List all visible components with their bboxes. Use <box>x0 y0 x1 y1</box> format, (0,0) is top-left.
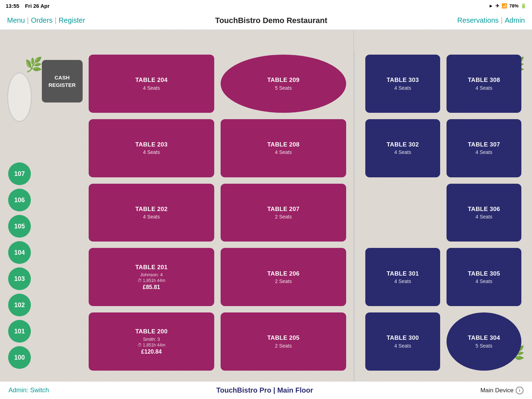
bar-stool-100[interactable]: 100 <box>8 346 31 369</box>
table-306-name: TABLE 306 <box>468 206 500 213</box>
table-203-seats: 4 Seats <box>143 149 160 155</box>
table-200-name: TABLE 200 <box>135 328 167 335</box>
table-302-name: TABLE 302 <box>387 141 419 148</box>
sep1: | <box>27 16 29 24</box>
table-206-seats: 2 Seats <box>275 278 292 284</box>
table-207-seats: 2 Seats <box>275 214 292 220</box>
table-307-name: TABLE 307 <box>468 141 500 148</box>
battery-icon: 🔋 <box>521 3 526 9</box>
table-301-seats: 4 Seats <box>394 278 411 284</box>
table-207[interactable]: TABLE 207 2 Seats <box>221 184 346 242</box>
table-204[interactable]: TABLE 204 4 Seats <box>89 55 214 113</box>
table-301-name: TABLE 301 <box>387 270 419 277</box>
table-304[interactable]: TABLE 304 5 Seats <box>447 312 521 371</box>
table-304-seats: 5 Seats <box>476 343 492 349</box>
location-icon: ► <box>489 3 493 9</box>
table-305[interactable]: TABLE 305 4 Seats <box>447 248 521 306</box>
admin-link[interactable]: Admin <box>505 16 525 24</box>
table-306-seats: 4 Seats <box>476 214 492 220</box>
nav-left: Menu | Orders | Register <box>7 16 85 24</box>
table-201-customer: Johnson: 4 <box>140 272 163 277</box>
tables-300-grid: TABLE 303 4 Seats TABLE 308 4 Seats TABL… <box>355 30 532 381</box>
top-nav: Menu | Orders | Register TouchBistro Dem… <box>0 11 532 30</box>
bar-oval <box>7 72 32 122</box>
table-305-name: TABLE 305 <box>468 270 500 277</box>
bar-stool-107[interactable]: 107 <box>8 162 31 185</box>
table-204-seats: 4 Seats <box>143 85 160 91</box>
table-202[interactable]: TABLE 202 4 Seats <box>89 184 214 242</box>
table-305-seats: 4 Seats <box>476 278 492 284</box>
clock-icon-200: ⏱ <box>138 343 142 348</box>
table-200-time: ⏱ 1,851h 44m <box>138 343 165 348</box>
menu-link[interactable]: Menu <box>7 16 25 24</box>
status-icons: ► ✈ 📶 78% 🔋 <box>489 3 526 9</box>
restaurant-title: TouchBistro Demo Restaurant <box>215 16 327 25</box>
bar-stool-106[interactable]: 106 <box>8 189 31 211</box>
table-303-seats: 4 Seats <box>394 85 411 91</box>
table-200-total: £120.84 <box>141 349 162 355</box>
bar-stool-104[interactable]: 104 <box>8 241 31 264</box>
table-201-total: £85.81 <box>143 284 160 290</box>
sep2: | <box>55 16 56 24</box>
table-208[interactable]: TABLE 208 4 Seats <box>221 119 346 177</box>
table-201-name: TABLE 201 <box>135 264 167 271</box>
table-301[interactable]: TABLE 301 4 Seats <box>365 248 440 306</box>
table-202-seats: 4 Seats <box>143 214 160 220</box>
clock-icon-201: ⏱ <box>138 278 142 283</box>
table-209-seats: 5 Seats <box>275 85 292 91</box>
admin-switch[interactable]: Admin: Switch <box>9 387 49 394</box>
status-bar: 13:55 Fri 26 Apr ► ✈ 📶 78% 🔋 <box>0 0 532 11</box>
bar-stool-101[interactable]: 101 <box>8 320 31 343</box>
orders-link[interactable]: Orders <box>31 16 52 24</box>
table-209[interactable]: TABLE 209 5 Seats <box>221 55 346 113</box>
table-308[interactable]: TABLE 308 4 Seats <box>447 55 521 113</box>
table-205[interactable]: TABLE 205 2 Seats <box>221 312 346 371</box>
table-203-name: TABLE 203 <box>135 141 167 148</box>
table-200[interactable]: TABLE 200 Smith: 3 ⏱ 1,851h 44m £120.84 <box>89 312 214 371</box>
table-307-seats: 4 Seats <box>476 149 492 155</box>
register-link[interactable]: Register <box>59 16 85 24</box>
table-300[interactable]: TABLE 300 4 Seats <box>365 312 440 371</box>
nav-right: Reservations | Admin <box>457 16 525 24</box>
table-203[interactable]: TABLE 203 4 Seats <box>89 119 214 177</box>
device-label: Main Device <box>480 387 514 394</box>
table-205-name: TABLE 205 <box>267 334 299 342</box>
device-info: Main Device i <box>480 387 523 394</box>
left-section: 107 106 105 104 103 102 101 100 CASHREGI… <box>0 30 354 381</box>
wifi-icon: 📶 <box>501 3 507 9</box>
cash-register[interactable]: CASHREGISTER <box>42 60 83 102</box>
table-204-name: TABLE 204 <box>135 77 167 84</box>
info-icon[interactable]: i <box>516 387 523 394</box>
table-208-name: TABLE 208 <box>267 141 299 148</box>
table-206[interactable]: TABLE 206 2 Seats <box>221 248 346 306</box>
bottom-bar: Admin: Switch TouchBistro Pro | Main Flo… <box>0 381 532 399</box>
bar-stool-102[interactable]: 102 <box>8 294 31 316</box>
table-201[interactable]: TABLE 201 Johnson: 4 ⏱ 1,851h 44m £85.81 <box>89 248 214 306</box>
table-302[interactable]: TABLE 302 4 Seats <box>365 119 440 177</box>
reservations-link[interactable]: Reservations <box>457 16 499 24</box>
table-200-customer: Smith: 3 <box>143 337 160 342</box>
table-209-name: TABLE 209 <box>267 77 299 84</box>
table-207-name: TABLE 207 <box>267 206 299 213</box>
time-display: 13:55 <box>6 3 19 9</box>
table-201-time: ⏱ 1,851h 44m <box>138 278 165 283</box>
table-308-name: TABLE 308 <box>468 77 500 84</box>
table-208-seats: 4 Seats <box>275 149 292 155</box>
table-303-name: TABLE 303 <box>387 77 419 84</box>
table-300-name: TABLE 300 <box>387 334 419 342</box>
floor-label: TouchBistro Pro | Main Floor <box>216 386 313 394</box>
date-display: Fri 26 Apr <box>25 3 49 9</box>
battery-display: 78% <box>509 3 519 9</box>
table-303[interactable]: TABLE 303 4 Seats <box>365 55 440 113</box>
table-306[interactable]: TABLE 306 4 Seats <box>447 184 521 242</box>
table-205-seats: 2 Seats <box>275 343 292 349</box>
bar-stool-103[interactable]: 103 <box>8 267 31 290</box>
table-302-seats: 4 Seats <box>394 149 411 155</box>
cash-register-area: CASHREGISTER <box>39 30 85 381</box>
bar-stools-area: 107 106 105 104 103 102 101 100 <box>0 30 39 381</box>
table-307[interactable]: TABLE 307 4 Seats <box>447 119 521 177</box>
table-308-seats: 4 Seats <box>476 85 492 91</box>
bar-stool-105[interactable]: 105 <box>8 215 31 238</box>
table-304-name: TABLE 304 <box>468 334 500 342</box>
table-202-name: TABLE 202 <box>135 206 167 213</box>
